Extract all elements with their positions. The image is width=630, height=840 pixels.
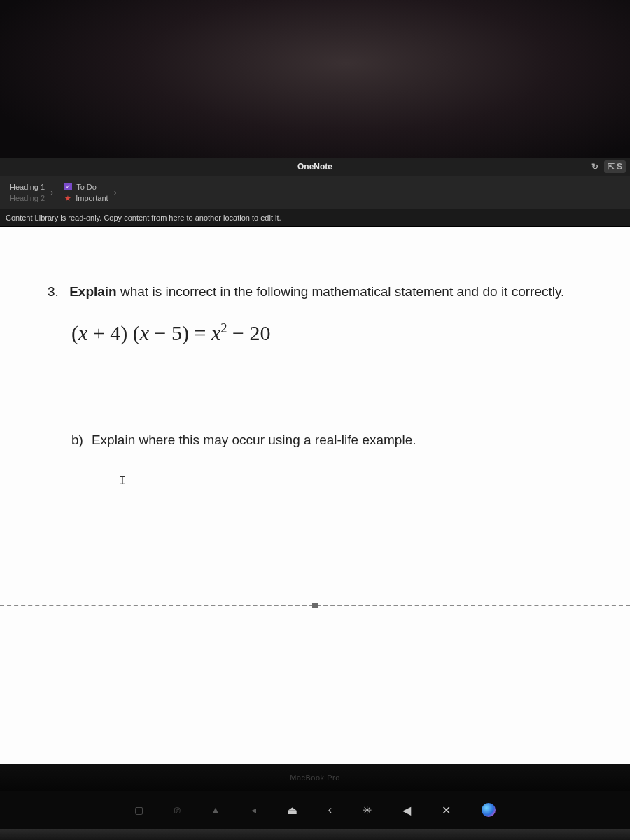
touch-bar: ▢ ⎚ ▲ ◂ ⏏ ‹ ✳ ◀ ✕ bbox=[0, 791, 630, 829]
fn-key-1[interactable]: ▢ bbox=[134, 804, 144, 816]
sync-icon[interactable]: ↻ bbox=[592, 162, 598, 172]
style-heading-2[interactable]: Heading 2 bbox=[10, 194, 45, 202]
fn-key-7[interactable]: ✳ bbox=[363, 804, 372, 817]
qb-text: Explain where this may occur using a rea… bbox=[92, 433, 416, 447]
document-page[interactable]: 3. Explain what is incorrect in the foll… bbox=[0, 227, 630, 764]
tag-important[interactable]: ★ Important bbox=[64, 194, 108, 203]
titlebar-right: ↻ ⇱ S bbox=[592, 160, 626, 173]
fn-key-3[interactable]: ▲ bbox=[211, 804, 220, 816]
page-divider bbox=[0, 605, 630, 606]
fn-key-5[interactable]: ⏏ bbox=[287, 804, 298, 817]
equation: (x + 4) (x − 5) = x2 − 20 bbox=[71, 319, 594, 348]
readonly-banner-text: Content Library is read-only. Copy conte… bbox=[6, 214, 281, 222]
readonly-banner: Content Library is read-only. Copy conte… bbox=[0, 209, 630, 227]
question-3: 3. Explain what is incorrect in the foll… bbox=[48, 283, 594, 301]
qb-number: b) bbox=[71, 433, 83, 447]
app-titlebar: OneNote ↻ ⇱ S bbox=[0, 158, 630, 176]
keyboard-deck bbox=[0, 829, 630, 840]
fn-key-6[interactable]: ‹ bbox=[328, 804, 332, 816]
q3-rest: what is incorrect in the following mathe… bbox=[117, 284, 565, 299]
ribbon-headings-group[interactable]: Heading 1 Heading 2 bbox=[0, 176, 55, 209]
app-title: OneNote bbox=[298, 162, 332, 172]
checkbox-icon: ✓ bbox=[64, 183, 72, 190]
star-icon: ★ bbox=[64, 194, 71, 203]
q3-number: 3. bbox=[48, 284, 59, 299]
fn-key-8[interactable]: ◀ bbox=[402, 804, 411, 817]
background-room bbox=[0, 0, 630, 158]
text-cursor: I bbox=[119, 473, 126, 489]
ribbon-tags-group[interactable]: ✓ To Do ★ Important bbox=[55, 176, 118, 209]
fn-key-2[interactable]: ⎚ bbox=[174, 804, 180, 816]
style-heading-1[interactable]: Heading 1 bbox=[10, 183, 45, 191]
ribbon: Heading 1 Heading 2 ✓ To Do ★ Important bbox=[0, 176, 630, 209]
laptop-brand: MacBook Pro bbox=[290, 774, 340, 782]
q3-lead: Explain bbox=[69, 284, 117, 299]
share-button[interactable]: ⇱ S bbox=[604, 160, 626, 173]
fn-key-9[interactable]: ✕ bbox=[442, 804, 451, 817]
fn-key-4[interactable]: ◂ bbox=[251, 804, 256, 816]
question-3b: b)Explain where this may occur using a r… bbox=[71, 431, 594, 449]
laptop-screen: OneNote ↻ ⇱ S Heading 1 Heading 2 ✓ To D… bbox=[0, 158, 630, 840]
tag-todo[interactable]: ✓ To Do bbox=[64, 183, 108, 191]
laptop-bezel: MacBook Pro bbox=[0, 764, 630, 791]
siri-icon[interactable] bbox=[482, 803, 496, 817]
